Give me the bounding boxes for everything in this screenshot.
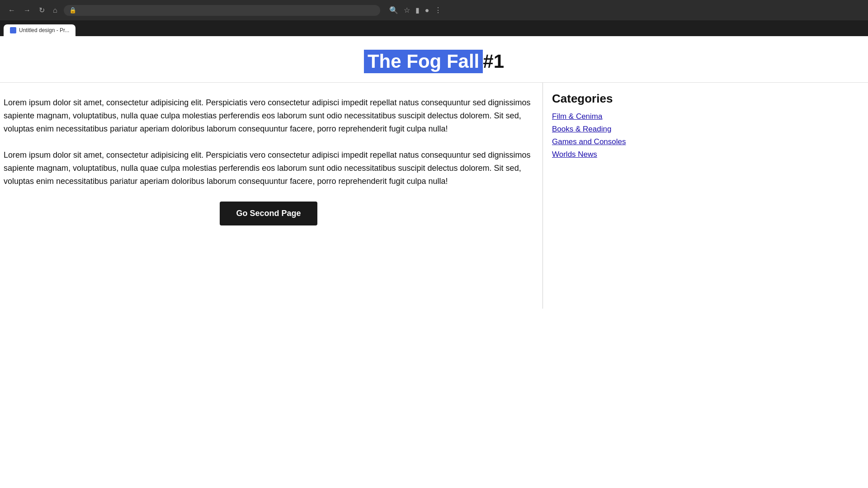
content-layout: Lorem ipsum dolor sit amet, consectetur … (0, 83, 868, 488)
extension-icon[interactable]: ● (425, 6, 429, 14)
sidebar-link-news[interactable]: Worlds News (552, 150, 597, 159)
tab-favicon (10, 27, 16, 33)
page-title: The Fog Fall #1 (364, 50, 504, 73)
list-item: Books & Reading (552, 125, 660, 134)
sidebar-links: Film & Cenima Books & Reading Games and … (552, 112, 660, 159)
nav-buttons: ← → ↻ ⌂ (5, 4, 60, 16)
url-input[interactable]: 127.0.0.1:5500/index.html (80, 7, 375, 14)
back-button[interactable]: ← (5, 5, 18, 16)
page-wrapper: The Fog Fall #1 Lorem ipsum dolor sit am… (0, 36, 868, 488)
sidebar-link-film[interactable]: Film & Cenima (552, 112, 602, 121)
home-button[interactable]: ⌂ (50, 5, 60, 16)
list-item: Games and Consoles (552, 137, 660, 146)
list-item: Worlds News (552, 150, 660, 159)
paragraph-1: Lorem ipsum dolor sit amet, consectetur … (4, 96, 533, 135)
main-content: Lorem ipsum dolor sit amet, consectetur … (0, 83, 542, 239)
browser-actions: 🔍 ☆ ▮ ● ⋮ (389, 6, 442, 14)
zoom-icon[interactable]: 🔍 (389, 6, 398, 14)
sidebar-link-games[interactable]: Games and Consoles (552, 137, 626, 146)
title-highlight: The Fog Fall (364, 50, 483, 73)
reload-button[interactable]: ↻ (36, 4, 47, 16)
sidebar-link-books[interactable]: Books & Reading (552, 125, 611, 133)
active-tab[interactable]: Untitled design - Pr... (4, 24, 75, 36)
bookmark-icon[interactable]: ☆ (404, 6, 410, 14)
go-second-page-button[interactable]: Go Second Page (220, 202, 317, 225)
paragraph-2: Lorem ipsum dolor sit amet, consectetur … (4, 149, 533, 188)
button-container: Go Second Page (4, 202, 533, 225)
tab-bar: Untitled design - Pr... (0, 20, 868, 36)
list-item: Film & Cenima (552, 112, 660, 121)
address-bar[interactable]: 🔒 127.0.0.1:5500/index.html (64, 5, 380, 16)
sidebar: Categories Film & Cenima Books & Reading… (542, 83, 669, 309)
tab-title: Untitled design - Pr... (19, 27, 69, 33)
lock-icon: 🔒 (69, 7, 76, 14)
menu-icon[interactable]: ⋮ (434, 6, 442, 14)
profile-icon[interactable]: ▮ (415, 6, 420, 14)
title-suffix: #1 (483, 51, 504, 72)
browser-chrome: ← → ↻ ⌂ 🔒 127.0.0.1:5500/index.html 🔍 ☆ … (0, 0, 868, 20)
page-header: The Fog Fall #1 (0, 36, 868, 83)
forward-button[interactable]: → (21, 5, 33, 16)
sidebar-title: Categories (552, 92, 660, 106)
